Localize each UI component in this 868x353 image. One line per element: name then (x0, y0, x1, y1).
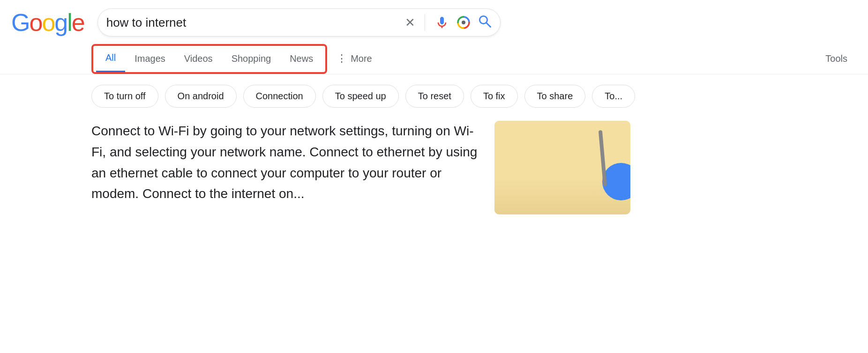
logo-o2: o (42, 8, 54, 37)
scissors-decoration (599, 130, 607, 186)
side-image (494, 121, 630, 214)
svg-point-1 (462, 21, 465, 24)
logo-e: e (72, 8, 84, 37)
svg-line-3 (486, 22, 490, 27)
tab-shopping[interactable]: Shopping (222, 47, 281, 72)
search-submit-icon[interactable] (478, 14, 492, 31)
main-content: Connect to Wi-Fi by going to your networ… (0, 116, 868, 224)
chip-more[interactable]: To... (592, 85, 635, 108)
nav-tabs: All Images Videos Shopping News (96, 46, 322, 72)
chip-reset[interactable]: To reset (405, 85, 464, 108)
logo-g2: g (54, 8, 67, 37)
clear-icon[interactable]: ✕ (405, 15, 415, 30)
chip-turn-off[interactable]: To turn off (91, 85, 158, 108)
chip-android[interactable]: On android (165, 85, 237, 108)
more-dots-icon: ⋮ (337, 52, 347, 65)
more-label: More (351, 53, 372, 64)
tab-news[interactable]: News (280, 47, 322, 72)
tab-images[interactable]: Images (125, 47, 175, 72)
logo-o1: o (29, 8, 42, 37)
chip-fix[interactable]: To fix (471, 85, 518, 108)
header: Google ✕ (0, 0, 868, 41)
google-logo: Google (11, 8, 84, 37)
search-icons: ✕ (405, 14, 492, 31)
lens-icon[interactable] (456, 15, 471, 30)
chip-connection[interactable]: Connection (243, 85, 316, 108)
search-bar: ✕ (97, 8, 501, 37)
logo-l: l (67, 8, 72, 37)
divider (425, 14, 425, 31)
more-menu[interactable]: ⋮ More (327, 46, 382, 72)
side-image-inner (494, 121, 630, 214)
search-input[interactable] (106, 15, 405, 30)
result-snippet: Connect to Wi-Fi by going to your networ… (91, 121, 480, 205)
nav-area: All Images Videos Shopping News ⋮ More T… (0, 41, 868, 74)
tab-videos[interactable]: Videos (175, 47, 222, 72)
result-text-section: Connect to Wi-Fi by going to your networ… (91, 121, 480, 214)
tabs-highlight-box: All Images Videos Shopping News (91, 44, 327, 74)
chips-area: To turn off On android Connection To spe… (0, 74, 868, 116)
tab-all[interactable]: All (96, 46, 125, 72)
chip-speed-up[interactable]: To speed up (322, 85, 399, 108)
chip-share[interactable]: To share (524, 85, 586, 108)
mic-icon[interactable] (434, 15, 449, 30)
tools-button[interactable]: Tools (816, 47, 857, 72)
logo-g: G (11, 8, 29, 37)
